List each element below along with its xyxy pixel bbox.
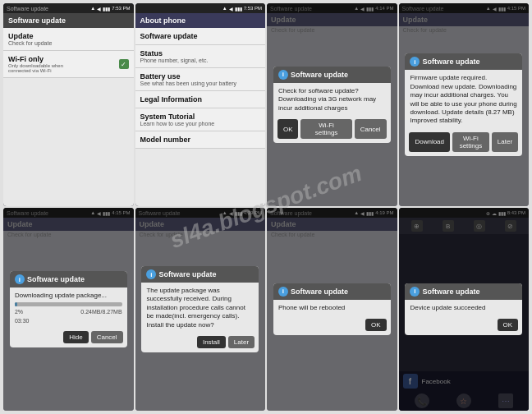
status-bar-1: Software update ▲ ◀ ▮▮▮ 7:53 PM xyxy=(3,3,134,13)
status-item[interactable]: Status Phone number, signal, etc. xyxy=(135,45,266,68)
info-icon-3: i xyxy=(278,70,288,80)
dialog-overlay-6: i Software update The update package was… xyxy=(135,208,266,411)
ok-button-3[interactable]: OK xyxy=(277,119,299,139)
screen-1: Software update ▲ ◀ ▮▮▮ 7:53 PM Software… xyxy=(3,3,134,206)
screen-8: ⊕ ☁ ▮▮▮ 8:43 PM ⊕ B ◎ ⊘ f Facebook 📞 xyxy=(399,208,530,411)
dialog-title-5: i Software update xyxy=(10,271,127,288)
wifi-settings-button-3[interactable]: Wi-Fi settings xyxy=(300,119,351,139)
hide-button-5[interactable]: Hide xyxy=(63,331,88,343)
dialog-7: i Software update Phone will be rebooted… xyxy=(273,283,391,335)
screen-content-2: About phone Software update Status Phone… xyxy=(135,13,266,206)
legal-item[interactable]: Legal Information xyxy=(135,91,266,108)
later-button-6[interactable]: Later xyxy=(228,336,255,348)
dialog-body-7: Phone will be rebooted xyxy=(273,300,391,316)
progress-info-5: 2% 0.24MB/8.27MB xyxy=(15,308,122,315)
dialog-title-3: i Software update xyxy=(273,67,391,83)
cancel-button-5[interactable]: Cancel xyxy=(91,331,123,343)
dialog-overlay-5: i Software update Downloading update pac… xyxy=(3,208,134,411)
screen-4: Software update ▲ ◀ ▮▮▮ 4:15 PM Update C… xyxy=(399,3,530,206)
dialog-5: i Software update Downloading update pac… xyxy=(10,271,127,347)
dialog-body-5: Downloading update package... 2% 0.24MB/… xyxy=(10,288,127,329)
status-icons-1: ▲ ◀ ▮▮▮ 7:53 PM xyxy=(90,6,130,12)
dialog-buttons-3: OK Wi-Fi settings Cancel xyxy=(273,117,391,143)
progress-time-5: 03:30 xyxy=(15,317,122,324)
dialog-overlay-8: i Software update Device update succeede… xyxy=(399,208,530,411)
later-button-4[interactable]: Later xyxy=(492,132,518,152)
dialog-title-8: i Software update xyxy=(405,283,522,300)
dialog-body-6: The update package was successfully rece… xyxy=(141,283,259,334)
screen-7: Software update ▲ ◀ ▮▮▮ 4:19 PM Update C… xyxy=(267,208,397,411)
dialog-overlay-3: i Software update Check for software upd… xyxy=(267,3,397,206)
dialog-buttons-6: Install Later xyxy=(141,334,259,352)
wifi-only-item[interactable]: Wi-Fi only Only downloadable whenconnect… xyxy=(3,51,134,78)
update-item[interactable]: Update Check for update xyxy=(3,28,134,51)
dialog-overlay-4: i Software update Firmware update requir… xyxy=(399,3,530,206)
dialog-title-4: i Software update xyxy=(405,53,522,70)
model-item[interactable]: Model number xyxy=(135,131,266,149)
info-icon-5: i xyxy=(15,274,25,284)
dialog-6: i Software update The update package was… xyxy=(141,266,259,352)
status-bar-2: ▲ ◀ ▮▮▮ 7:53 PM xyxy=(135,3,266,13)
tutorial-item[interactable]: System Tutorial Learn how to use your ph… xyxy=(135,108,266,131)
dialog-body-4: Firmware update required. Download new u… xyxy=(405,70,522,129)
screen-2: ▲ ◀ ▮▮▮ 7:53 PM About phone Software upd… xyxy=(135,3,266,206)
screen-5: Software update ▲ ◀ ▮▮▮ 4:15 PM Update C… xyxy=(3,208,134,411)
status-icons-2: ▲ ◀ ▮▮▮ 7:53 PM xyxy=(222,6,262,12)
dialog-8: i Software update Device update succeede… xyxy=(405,283,522,335)
dialog-buttons-7: OK xyxy=(273,316,391,335)
sw-update-item[interactable]: Software update xyxy=(135,28,266,45)
ok-button-7[interactable]: OK xyxy=(365,319,387,331)
battery-item[interactable]: Battery use See what has been using your… xyxy=(135,68,266,91)
info-icon-8: i xyxy=(410,287,420,297)
dialog-body-8: Device update succeeded xyxy=(405,300,522,316)
dialog-title-6: i Software update xyxy=(141,266,259,283)
app-name-1: Software update xyxy=(7,6,48,12)
dialog-title-7: i Software update xyxy=(273,283,391,300)
download-button-4[interactable]: Download xyxy=(409,132,450,152)
info-icon-6: i xyxy=(146,269,156,279)
dialog-buttons-5: Hide Cancel xyxy=(10,329,127,347)
info-icon-4: i xyxy=(410,57,420,67)
dialog-body-3: Check for software update? Downloading v… xyxy=(273,83,391,117)
main-grid: Software update ▲ ◀ ▮▮▮ 7:53 PM Software… xyxy=(0,0,532,414)
screen-6: Software update ▲ ◀ ▮▮▮ 4:19 PM Update C… xyxy=(135,208,266,411)
dialog-4: i Software update Firmware update requir… xyxy=(405,53,522,155)
progress-bar-fill-5 xyxy=(15,302,17,306)
screen-header-1: Software update xyxy=(3,13,134,28)
about-header: About phone xyxy=(135,13,266,28)
dialog-buttons-4: Download Wi-Fi settings Later xyxy=(405,130,522,156)
wifi-checkbox[interactable]: ✓ xyxy=(119,59,129,69)
screen-3: Software update ▲ ◀ ▮▮▮ 4:14 PM Update C… xyxy=(267,3,397,206)
dialog-overlay-7: i Software update Phone will be rebooted… xyxy=(267,208,397,411)
cancel-button-3[interactable]: Cancel xyxy=(355,119,387,139)
ok-button-8[interactable]: OK xyxy=(498,319,519,331)
info-icon-7: i xyxy=(278,287,288,297)
install-button-6[interactable]: Install xyxy=(197,336,226,348)
wifi-settings-button-4[interactable]: Wi-Fi settings xyxy=(452,132,489,152)
progress-bar-bg-5 xyxy=(15,302,122,306)
dialog-buttons-8: OK xyxy=(405,316,522,335)
screen-content-1: Software update Update Check for update … xyxy=(3,13,134,206)
dialog-3: i Software update Check for software upd… xyxy=(273,67,391,143)
